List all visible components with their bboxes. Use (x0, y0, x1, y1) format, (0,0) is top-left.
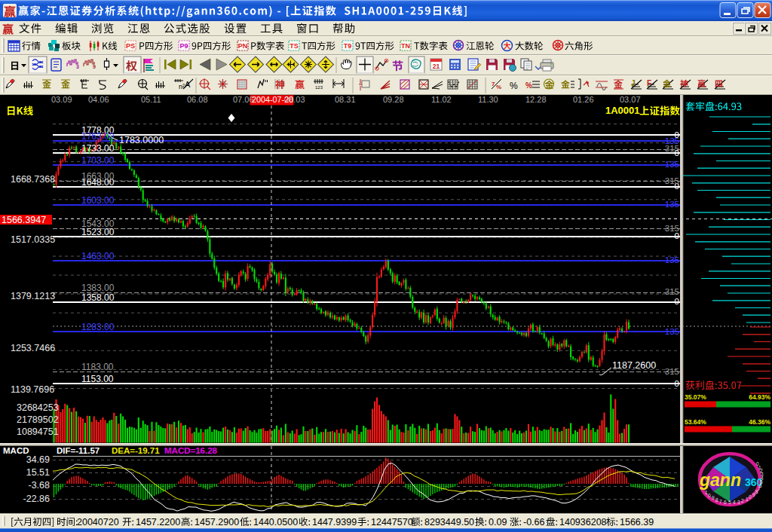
svg-text:6: 6 (724, 500, 727, 505)
svg-text:%: % (525, 81, 532, 90)
svg-text:315: 315 (665, 224, 679, 233)
svg-text:34.69: 34.69 (26, 454, 50, 465)
svg-text:04.06: 04.06 (88, 95, 109, 104)
svg-text:1703.00: 1703.00 (81, 155, 115, 166)
svg-text:%: % (496, 84, 501, 90)
svg-text:1603.00: 1603.00 (81, 195, 115, 206)
svg-text:1153.00: 1153.00 (81, 374, 114, 384)
svg-text:J: J (631, 79, 636, 87)
svg-text:P9: P9 (179, 42, 188, 50)
svg-text:35.07%: 35.07% (685, 393, 706, 401)
svg-text:F: F (647, 79, 651, 87)
svg-text:PN: PN (238, 42, 248, 50)
svg-text:1733.00: 1733.00 (81, 143, 115, 154)
svg-text:1543.00: 1543.00 (81, 219, 115, 229)
svg-text:08.31: 08.31 (335, 95, 356, 104)
svg-text:T9: T9 (344, 42, 352, 50)
svg-text:0: 0 (749, 494, 752, 500)
svg-text:DEA=-19.71: DEA=-19.71 (112, 446, 160, 455)
svg-text:-0.66: -0.66 (523, 517, 545, 527)
svg-text:0.09: 0.09 (489, 517, 507, 527)
svg-text:135: 135 (665, 327, 679, 336)
svg-text:11.02: 11.02 (431, 95, 452, 104)
svg-text:TS: TS (290, 42, 299, 50)
svg-text:1379.1213: 1379.1213 (11, 291, 55, 301)
svg-text:46.36%: 46.36% (749, 418, 770, 426)
svg-text:03.09: 03.09 (51, 95, 72, 104)
svg-text:2004-07-20: 2004-07-20 (252, 95, 293, 104)
svg-text:1763.00: 1763.00 (81, 131, 115, 142)
svg-text:1663.00: 1663.00 (81, 171, 115, 182)
svg-text:0: 0 (675, 231, 679, 240)
svg-text:32684253: 32684253 (17, 402, 59, 413)
svg-text:12.28: 12.28 (525, 95, 547, 104)
svg-text:9: 9 (712, 495, 715, 500)
svg-text:315: 315 (665, 287, 679, 296)
svg-text:1668.7368: 1668.7368 (11, 174, 55, 185)
svg-text:05.11: 05.11 (141, 95, 161, 104)
svg-text:1A0001: 1A0001 (605, 105, 640, 116)
svg-text:-22.86: -22.86 (23, 494, 50, 504)
svg-text:12447570: 12447570 (371, 517, 413, 527)
svg-text:135: 135 (665, 160, 679, 169)
svg-text:2: 2 (741, 498, 744, 503)
svg-text:4: 4 (733, 500, 736, 505)
svg-text:64.93%: 64.93% (749, 393, 770, 401)
svg-text:gann: gann (699, 470, 741, 490)
svg-text:PS: PS (126, 42, 135, 50)
svg-text:DIF=-11.57: DIF=-11.57 (57, 446, 100, 455)
svg-text:1783.0000: 1783.0000 (119, 135, 164, 145)
svg-text:1463.00: 1463.00 (81, 251, 115, 261)
svg-text:1: 1 (746, 497, 749, 502)
svg-text:1566.3947: 1566.3947 (2, 215, 46, 225)
svg-text:A: A (185, 80, 191, 89)
svg-text:MACD=16.28: MACD=16.28 (164, 446, 218, 455)
svg-text:0: 0 (675, 297, 679, 306)
svg-text:1187.2600: 1187.2600 (612, 360, 656, 371)
svg-text:9: 9 (93, 64, 96, 69)
svg-text:140936208: 140936208 (559, 517, 607, 527)
svg-text:1183.00: 1183.00 (81, 362, 114, 372)
svg-text:1: 1 (705, 490, 708, 495)
svg-text:315: 315 (665, 176, 679, 185)
svg-text:1283.00: 1283.00 (81, 322, 115, 332)
svg-text:315: 315 (665, 367, 679, 376)
svg-text:1139.7696: 1139.7696 (11, 384, 54, 395)
svg-text:1383.00: 1383.00 (81, 283, 115, 293)
svg-text:1457.2200: 1457.2200 (136, 517, 180, 527)
svg-text:0: 0 (675, 379, 679, 388)
svg-text:1457.2900: 1457.2900 (195, 517, 239, 527)
svg-text:-3.68: -3.68 (29, 480, 51, 491)
svg-text:8: 8 (715, 497, 718, 503)
svg-text:09.28: 09.28 (383, 95, 404, 104)
svg-text:01.26: 01.26 (573, 95, 594, 104)
svg-text:135: 135 (665, 255, 679, 264)
svg-text:5: 5 (728, 500, 731, 505)
svg-text:20040720: 20040720 (77, 517, 119, 527)
svg-text:135: 135 (665, 200, 679, 209)
svg-text:15.51: 15.51 (26, 467, 50, 478)
svg-text:06.08: 06.08 (187, 95, 208, 104)
svg-text:1517.0335: 1517.0335 (11, 234, 55, 245)
svg-text:8293449.50: 8293449.50 (424, 517, 474, 527)
svg-text:1358.00: 1358.00 (81, 292, 115, 303)
svg-text:MACD: MACD (3, 446, 29, 455)
svg-text:0: 0 (708, 493, 711, 498)
svg-text:07.06: 07.06 (233, 95, 254, 104)
svg-text:8: 8 (755, 489, 758, 494)
svg-text:3: 3 (76, 64, 79, 69)
svg-text:1440.0500: 1440.0500 (253, 517, 298, 527)
svg-text:9: 9 (752, 492, 755, 497)
svg-text:7: 7 (492, 81, 495, 87)
svg-text:315: 315 (665, 144, 679, 153)
svg-text:7: 7 (719, 499, 722, 504)
svg-text:03.07: 03.07 (620, 95, 641, 104)
svg-text:123: 123 (315, 85, 323, 90)
svg-text:1566.39: 1566.39 (620, 517, 654, 527)
svg-text:1253.7466: 1253.7466 (11, 343, 55, 353)
svg-text:1447.9399: 1447.9399 (312, 517, 357, 527)
svg-text:n²: n² (179, 83, 185, 90)
svg-text:21789502: 21789502 (17, 414, 59, 425)
svg-text:11.30: 11.30 (478, 95, 498, 104)
svg-text:3: 3 (737, 500, 740, 505)
